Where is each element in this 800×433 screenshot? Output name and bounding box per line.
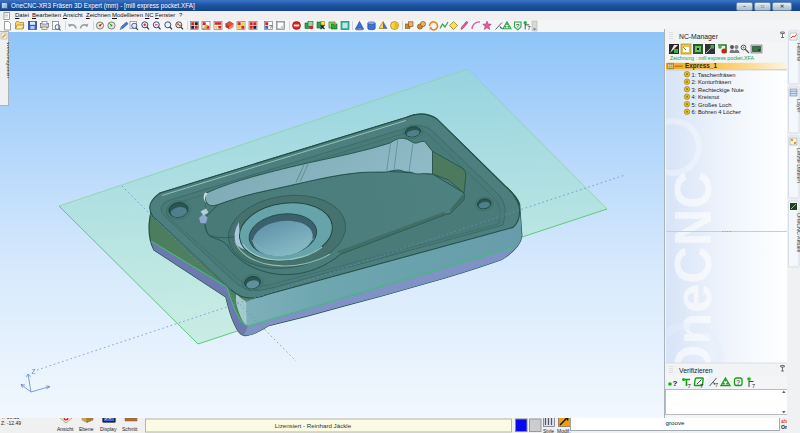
- svg-text:Lizensiert - Reinhard Jäckle: Lizensiert - Reinhard Jäckle: [275, 422, 352, 429]
- svg-text:?: ?: [736, 379, 740, 386]
- svg-text:Express_1: Express_1: [685, 62, 717, 70]
- svg-text:2: Konturfräsen: 2: Konturfräsen: [692, 79, 732, 85]
- svg-text:Schnitt: Schnitt: [122, 426, 138, 432]
- svg-text:Verifizieren: Verifizieren: [679, 367, 713, 374]
- svg-text:Werkzeugdaten: Werkzeugdaten: [6, 42, 9, 78]
- svg-text:5: Großes Loch: 5: Großes Loch: [692, 102, 732, 108]
- svg-text:Ansicht: Ansicht: [57, 426, 74, 432]
- svg-text:Z: Z: [32, 368, 36, 375]
- svg-text:Layer: Layer: [796, 99, 800, 113]
- svg-text:6: Bohren 4 Löcher: 6: Bohren 4 Löcher: [692, 109, 741, 115]
- svg-text:Ebene: Ebene: [79, 426, 94, 432]
- svg-text:Letzte Dateien: Letzte Dateien: [796, 148, 800, 183]
- svg-text:1: Taschenfräsen: 1: Taschenfräsen: [692, 72, 736, 78]
- svg-text:7: 7: [528, 25, 531, 31]
- svg-text:Historie: Historie: [796, 43, 800, 61]
- svg-text:OneCNC: OneCNC: [665, 171, 722, 385]
- svg-text:OneCNC Aktuell: OneCNC Aktuell: [796, 213, 800, 252]
- svg-text:Style: Style: [543, 428, 554, 433]
- svg-text:7: 7: [752, 383, 755, 389]
- svg-text:4: Kreisnut: 4: Kreisnut: [692, 94, 720, 100]
- svg-text:7: 7: [715, 382, 718, 388]
- svg-text:groove: groove: [666, 419, 685, 426]
- svg-text:Zeichnung : mill express pocke: Zeichnung : mill express pocket.XFA: [670, 55, 754, 61]
- svg-text:Modif.: Modif.: [557, 428, 571, 433]
- svg-text:NC-Manager: NC-Manager: [679, 33, 719, 41]
- svg-text:?: ?: [673, 379, 678, 388]
- svg-text:Z: -12.49: Z: -12.49: [1, 420, 21, 426]
- svg-text:3: Rechteckige Nute: 3: Rechteckige Nute: [692, 87, 744, 93]
- svg-text:Display: Display: [100, 426, 117, 432]
